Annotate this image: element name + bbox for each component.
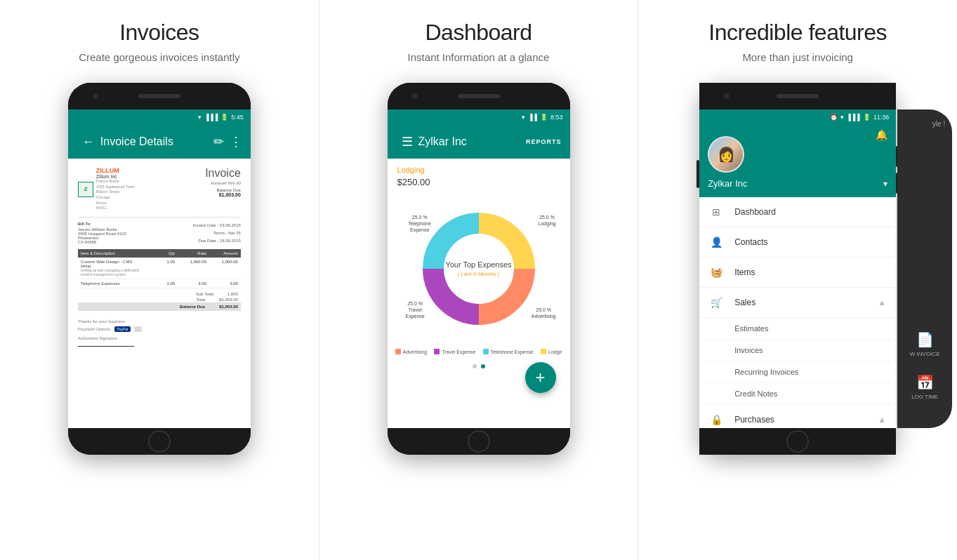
legend-dot-advertising [395,349,401,354]
edit-icon[interactable]: ✏ [213,134,224,149]
menu-item-items[interactable]: 🧺 Items [699,258,896,288]
bill-address: 4900 Hopgard Road #310PleasantonCA 94588 [78,232,126,244]
page-dot-1 [473,364,477,368]
company-address: Patrice Burke1581 Applewood TownBakers S… [96,179,135,211]
phone-home-button[interactable] [468,430,490,453]
balance-due-footer-value: $1,003.00 [219,305,238,309]
signal-icon: ▐▐▐ [847,114,860,121]
bell-icon[interactable]: 🔔 [876,129,887,140]
phone-speaker [138,94,180,98]
menu-company-name: Zylkar Inc [708,178,747,189]
back-icon[interactable]: ← [82,135,95,149]
dashboard-panel: Dashboard Instant Information at a glanc… [319,0,639,560]
phone-camera [412,93,418,99]
company-full: Zillum Inc [96,174,135,179]
legend-label-lodging: Lodgir [548,349,562,354]
paypal-button[interactable]: PayPal [114,326,131,332]
menu-sub-item-credit-notes[interactable]: Credit Notes [699,383,896,405]
new-invoice-button[interactable]: 📄 W INVOICE [910,331,940,357]
segment-label-lodging: 25.0 %Lodging [539,214,556,227]
invoice-balance: Balance Due $1,003.00 [205,188,241,197]
invoices-subtitle: Create gorgeous invoices instantly [79,51,239,63]
col-header-desc: Item & Description [81,251,144,255]
other-payment: ... [134,326,142,332]
user-avatar: 👩 [708,136,744,173]
item-qty-2: 1.00 [143,281,175,286]
menu-item-sales[interactable]: 🛒 Sales ▲ [699,288,896,318]
total-row: Total $1,003.00 [78,297,241,302]
invoice-number: Invoice# INV-30 [205,181,241,185]
more-icon[interactable]: ⋮ [230,134,242,149]
phone-home-button[interactable] [148,430,171,453]
dashboard-subtitle: Instant Information at a glance [408,51,550,63]
fab-button[interactable]: + [525,362,556,393]
invoice-header: Z ZILLUM Zillum Inc Patrice Burke1581 Ap… [78,167,241,211]
legend-label-advertising: Advertising [403,349,428,354]
status-time: 8:53 [550,114,563,121]
subtotal-label: Sub Total [196,292,213,296]
log-time-button[interactable]: 📅 LOG TIME [911,374,938,400]
subtotal-row: Sub Total 1,003 [78,291,241,297]
invoices-panel: Invoices Create gorgeous invoices instan… [0,0,319,560]
menu-sub-item-estimates[interactable]: Estimates [699,318,896,340]
item-qty-1: 1.00 [143,260,175,276]
donut-chart-container: Your Top Expenses ( Last 6 Months ) 25.0… [388,193,570,345]
col-header-qty: Qty [143,251,175,255]
invoice-screen: Z ZILLUM Zillum Inc Patrice Burke1581 Ap… [68,159,251,428]
legend-dot-telephone [483,349,489,354]
legend-label-travel: Travel Expense [442,349,475,354]
legend-lodging: Lodgir [541,349,562,354]
menu-item-items-label: Items [734,267,886,277]
right-action-panel: yle ! 📄 W INVOICE 📅 LOG TIME [897,109,952,428]
item-rate-2: 3.00 [175,281,206,286]
balance-due-footer-label: Balance Due [180,305,205,309]
features-phone-screen: ⏰ ▾ ▐▐▐ 🔋 11:36 👩 Zylkar Inc ▾ 🔔 [699,109,896,428]
menu-sub-item-invoices[interactable]: Invoices [699,340,896,361]
phone-top-bar [699,83,896,109]
legend-dot-lodging [541,349,546,354]
signal-icon: ▐▐▐ [204,114,218,121]
item-amount-2: 3.00 [206,281,238,286]
dashboard-app-bar-title: Zylkar Inc [418,135,526,148]
legend-label-telephone: Teleohone Expense [491,349,534,354]
item-amount-1: 1,000.00 [206,260,238,276]
status-bar-content: ⏰ ▾ ▐▐▐ 🔋 11:36 [830,114,890,121]
segment-label-telephone: 25.0 %TelephoneExpense [409,214,431,233]
features-panel: Incredible features More than just invoi… [638,0,957,560]
total-value: $1,003.00 [219,298,238,302]
menu-item-contacts[interactable]: 👤 Contacts [699,227,896,258]
status-bar-content: ▾ ▐▐▐ 🔋 5:45 [198,114,244,121]
phone-camera [724,93,730,99]
contacts-icon: 👤 [709,235,723,249]
menu-items: ⊞ Dashboard 👤 Contacts 🧺 Items 🛒 Sales ▲ [699,197,896,428]
credit-notes-label: Credit Notes [734,389,777,398]
menu-company-row: Zylkar Inc ▾ [708,178,887,189]
battery-icon: 🔋 [540,114,548,121]
logo-text-block: ZILLUM Zillum Inc Patrice Burke1581 Appl… [96,167,135,211]
donut-center-title: Your Top Expenses [445,260,511,270]
subtotal-value: 1,003 [227,292,238,296]
dashboard-title: Dashboard [425,20,532,46]
invoice-app-bar: ← Invoice Details ✏ ⋮ [68,125,251,159]
phone-bottom [699,428,896,455]
segment-label-travel: 25.0 %TravelExpense [406,300,425,319]
invoice-app-bar-title: Invoice Details [100,135,208,148]
menu-item-purchases[interactable]: 🔒 Purchases ▲ [699,405,896,428]
terms-value: Net 15 [228,231,241,235]
menu-sub-item-recurring[interactable]: Recurring Invoices [699,361,896,383]
menu-icon[interactable]: ☰ [402,134,413,149]
invoice-footer: Thanks for your business. Payment Option… [78,319,241,347]
dropdown-arrow-icon[interactable]: ▾ [883,179,887,189]
menu-item-dashboard[interactable]: ⊞ Dashboard [699,197,896,227]
reports-button[interactable]: REPORTS [526,138,562,145]
donut-center-subtitle: ( Last 6 Months ) [445,270,511,278]
item-rate-1: 1,000.00 [175,260,206,276]
logo-box: Z [78,182,93,197]
invoice-content: Z ZILLUM Zillum Inc Patrice Burke1581 Ap… [68,159,251,355]
bill-to-label: Bill To [78,222,126,226]
invoice-date-row: Invoice Date : 03.06.2015 [192,222,240,229]
balance-due-value: $1,003.00 [219,192,241,197]
phone-home-button[interactable] [786,430,809,453]
signature-line [78,346,134,347]
company-name: ZILLUM [96,167,135,174]
